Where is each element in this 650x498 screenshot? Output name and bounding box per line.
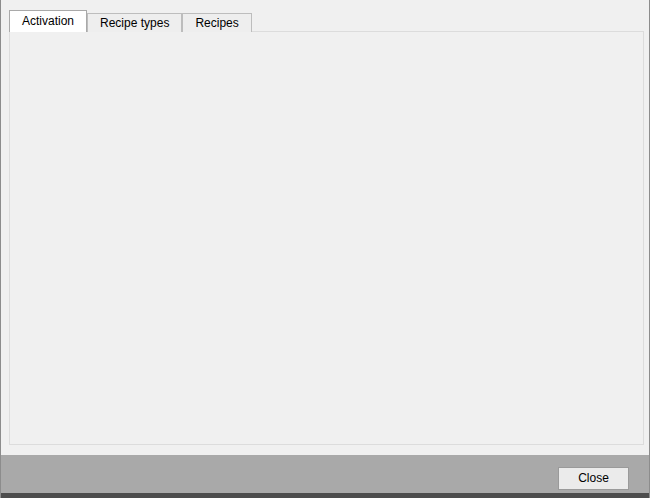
activation-tab-panel xyxy=(9,31,644,445)
tab-activation[interactable]: Activation xyxy=(9,10,87,32)
window-bottom-edge xyxy=(1,493,649,498)
dialog-footer-bar xyxy=(1,455,649,493)
recipe-activation-dialog: Activation Recipe types Recipes Recipe t… xyxy=(0,0,650,498)
close-button[interactable]: Close xyxy=(558,467,629,490)
tab-bar: Activation Recipe types Recipes xyxy=(9,10,252,32)
tab-recipes[interactable]: Recipes xyxy=(182,13,251,32)
tab-recipe-types[interactable]: Recipe types xyxy=(87,13,182,32)
